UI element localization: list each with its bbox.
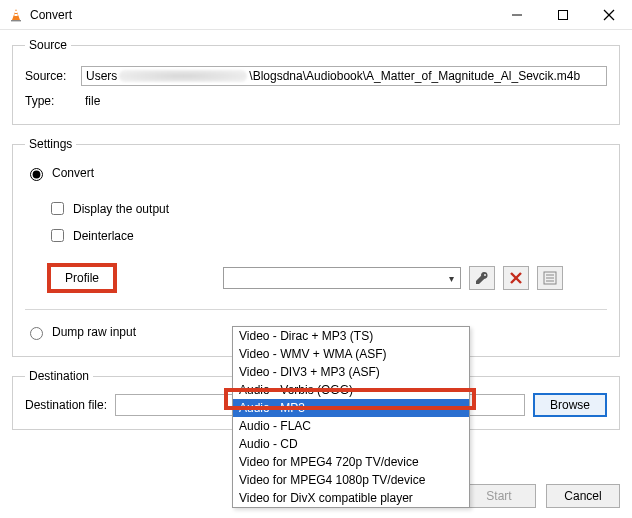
source-legend: Source [25,38,71,52]
profile-option[interactable]: Audio - Vorbis (OGG) [233,381,469,399]
dialog-footer: Start Cancel [462,484,620,508]
profile-option[interactable]: Video - DIV3 + MP3 (ASF) [233,363,469,381]
type-value: file [85,94,100,108]
profile-option[interactable]: Video - WMV + WMA (ASF) [233,345,469,363]
profile-option[interactable]: Video - Dirac + MP3 (TS) [233,327,469,345]
new-profile-icon [543,271,557,285]
source-field[interactable]: Users \Blogsdna\Audiobook\A_Matter_of_Ma… [81,66,607,86]
redacted-segment [119,70,247,82]
convert-radio-label: Convert [52,166,94,180]
wrench-icon [475,271,489,285]
edit-profile-button[interactable] [469,266,495,290]
profile-option[interactable]: Video for DivX compatible player [233,489,469,507]
destination-legend: Destination [25,369,93,383]
dump-raw-radio[interactable]: Dump raw input [25,324,136,340]
svg-rect-3 [11,20,21,21]
source-label: Source: [25,69,81,83]
type-label: Type: [25,94,81,108]
app-icon [8,7,24,23]
profile-option[interactable]: Video for MPEG4 1080p TV/device [233,471,469,489]
display-output-label: Display the output [73,202,169,216]
minimize-button[interactable] [494,0,540,30]
dump-raw-label: Dump raw input [52,325,136,339]
window-title: Convert [30,8,72,22]
profile-option[interactable]: Audio - FLAC [233,417,469,435]
convert-radio-input[interactable] [30,168,43,181]
profile-combo[interactable]: ▾ [223,267,461,289]
svg-rect-5 [559,10,568,19]
profile-label: Profile [47,263,117,293]
convert-radio[interactable]: Convert [25,165,94,181]
destination-file-label: Destination file: [25,398,107,412]
cancel-button[interactable]: Cancel [546,484,620,508]
maximize-button[interactable] [540,0,586,30]
display-output-check[interactable]: Display the output [47,199,169,218]
browse-button[interactable]: Browse [533,393,607,417]
titlebar: Convert [0,0,632,30]
deinterlace-check[interactable]: Deinterlace [47,226,134,245]
svg-rect-2 [14,14,17,16]
delete-icon [510,272,522,284]
profile-option[interactable]: Audio - CD [233,435,469,453]
deinterlace-label: Deinterlace [73,229,134,243]
source-prefix: Users [86,69,117,83]
start-button[interactable]: Start [462,484,536,508]
chevron-down-icon: ▾ [449,273,454,284]
close-button[interactable] [586,0,632,30]
profile-option[interactable]: Video for MPEG4 720p TV/device [233,453,469,471]
settings-legend: Settings [25,137,76,151]
settings-group: Settings Convert Display the output Dein… [12,137,620,357]
source-suffix: \Blogsdna\Audiobook\A_Matter_of_Magnitud… [249,69,580,83]
profile-dropdown[interactable]: Video - Dirac + MP3 (TS)Video - WMV + WM… [232,326,470,508]
svg-rect-1 [15,11,17,13]
deinterlace-input[interactable] [51,229,64,242]
dump-raw-input[interactable] [30,327,43,340]
profile-option[interactable]: Audio - MP3 [233,399,469,417]
display-output-input[interactable] [51,202,64,215]
source-group: Source Source: Users \Blogsdna\Audiobook… [12,38,620,125]
new-profile-button[interactable] [537,266,563,290]
delete-profile-button[interactable] [503,266,529,290]
